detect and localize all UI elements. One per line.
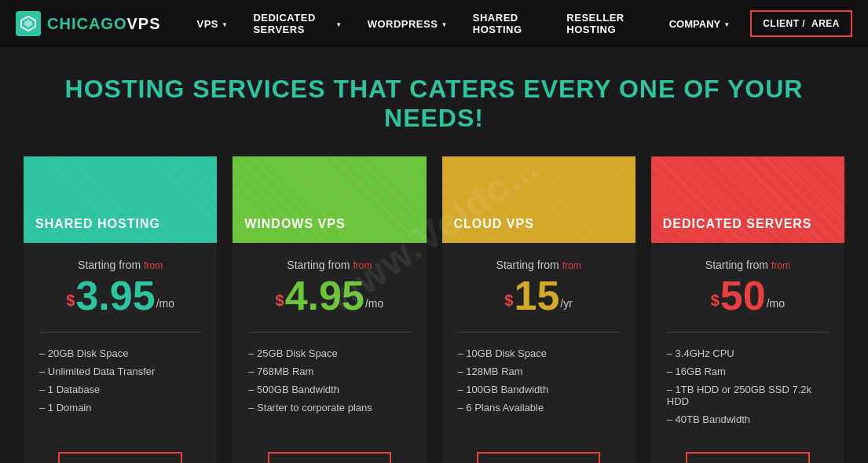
dedicated-feature-2: 16GB Ram: [667, 362, 829, 380]
dedicated-servers-header: DEDICATED SERVERS: [651, 156, 844, 243]
shared-feature-4: 1 Domain: [39, 399, 201, 417]
windows-price: 4.95: [285, 275, 364, 316]
cloud-vps-header: CLOUD VPS: [442, 156, 635, 243]
dedicated-feature-3: 1TB HDD or 250GB SSD 7.2k HDD: [667, 380, 829, 410]
shared-divider: [39, 332, 201, 333]
windows-learn-more-button[interactable]: LEARN MORE: [268, 452, 391, 463]
nav-item-wordpress[interactable]: WORDPRESS ▼: [355, 0, 460, 47]
shared-feature-1: 20GB Disk Space: [39, 344, 201, 362]
shared-price: 3.95: [75, 275, 155, 316]
dedicated-dollar: $: [711, 292, 720, 310]
dedicated-servers-card: DEDICATED SERVERS Starting from from $ 5…: [651, 156, 844, 463]
dedicated-features: 3.4GHz CPU 16GB Ram 1TB HDD or 250GB SSD…: [667, 344, 829, 428]
company-dropdown-arrow: ▼: [723, 21, 730, 28]
cloud-feature-2: 128MB Ram: [458, 362, 620, 380]
shared-hosting-card: SHARED HOSTING Starting from from $ 3.95…: [24, 156, 217, 463]
windows-footer: LEARN MORE: [233, 440, 426, 463]
windows-feature-1: 25GB Disk Space: [248, 344, 410, 362]
dedicated-divider: [667, 332, 829, 333]
windows-feature-2: 768MB Ram: [248, 362, 410, 380]
shared-period: /mo: [156, 297, 174, 310]
pricing-cards: SHARED HOSTING Starting from from $ 3.95…: [0, 141, 868, 463]
shared-dollar: $: [66, 292, 75, 310]
cloud-vps-body: Starting from from $ 15 /yr 10GB Disk Sp…: [442, 243, 635, 440]
shared-footer: LEARN MORE: [24, 440, 217, 463]
dedicated-footer: LEARN MORE: [651, 440, 844, 463]
hero-title: Hosting Services That Caters Every One o…: [16, 63, 852, 141]
cloud-feature-4: 6 Plans Available: [458, 399, 620, 417]
dedicated-learn-more-button[interactable]: LEARN MORE: [686, 452, 809, 463]
navbar: CHICAGOVPS VPS ▼ DEDICATED SERVERS ▼ WOR…: [0, 0, 868, 47]
wordpress-dropdown-arrow: ▼: [441, 21, 447, 28]
windows-vps-title: WINDOWS VPS: [244, 217, 345, 231]
dedicated-dropdown-arrow: ▼: [335, 21, 342, 28]
dedicated-period: /mo: [767, 297, 785, 310]
nav-item-vps[interactable]: VPS ▼: [184, 0, 240, 47]
cloud-price-row: $ 15 /yr: [458, 275, 620, 316]
cloud-divider: [458, 332, 620, 333]
windows-vps-body: Starting from from $ 4.95 /mo 25GB Disk …: [233, 243, 426, 440]
dedicated-price-row: $ 50 /mo: [667, 275, 829, 316]
logo-icon: [16, 11, 41, 36]
cloud-footer: LEARN MORE: [442, 440, 635, 463]
windows-vps-header: WINDOWS VPS: [233, 156, 426, 243]
hero-section: Hosting Services That Caters Every One o…: [0, 47, 868, 141]
nav-items: VPS ▼ DEDICATED SERVERS ▼ WORDPRESS ▼ SH…: [184, 0, 656, 47]
shared-starting-from: Starting from from: [39, 259, 201, 271]
vps-dropdown-arrow: ▼: [222, 21, 228, 28]
nav-item-reseller[interactable]: RESELLER HOSTING: [554, 0, 656, 47]
windows-feature-3: 500GB Bandwidth: [248, 380, 410, 399]
cloud-feature-3: 100GB Bandwidth: [458, 380, 620, 399]
dedicated-starting-from: Starting from from: [667, 259, 829, 271]
shared-hosting-body: Starting from from $ 3.95 /mo 20GB Disk …: [24, 243, 217, 440]
windows-starting-from: Starting from from: [248, 259, 410, 271]
shared-features: 20GB Disk Space Unlimited Data Transfer …: [39, 344, 201, 428]
shared-hosting-title: SHARED HOSTING: [35, 217, 160, 231]
cloud-dollar: $: [504, 292, 513, 310]
shared-feature-2: Unlimited Data Transfer: [39, 362, 201, 380]
nav-right: COMPANY ▼ CLIENT / AREA: [657, 0, 852, 47]
cloud-learn-more-button[interactable]: LEARN MORE: [477, 452, 600, 463]
windows-dollar: $: [276, 292, 284, 310]
dedicated-servers-body: Starting from from $ 50 /mo 3.4GHz CPU 1…: [651, 243, 844, 440]
windows-features: 25GB Disk Space 768MB Ram 500GB Bandwidt…: [248, 344, 410, 428]
shared-hosting-header: SHARED HOSTING: [24, 156, 217, 243]
shared-feature-3: 1 Database: [39, 380, 201, 399]
dedicated-feature-4: 40TB Bandwidth: [667, 410, 829, 428]
dedicated-servers-title: DEDICATED SERVERS: [663, 217, 812, 231]
cloud-vps-card: CLOUD VPS Starting from from $ 15 /yr 10…: [442, 156, 635, 463]
svg-marker-1: [24, 20, 32, 28]
shared-learn-more-button[interactable]: LEARN MORE: [58, 452, 181, 463]
logo[interactable]: CHICAGOVPS: [16, 11, 160, 36]
cloud-price: 15: [514, 275, 559, 316]
windows-feature-4: Starter to corporate plans: [248, 399, 410, 417]
nav-item-shared[interactable]: SHARED HOSTING: [460, 0, 555, 47]
client-area-button[interactable]: CLIENT / AREA: [750, 10, 852, 37]
windows-divider: [248, 332, 410, 333]
logo-text: CHICAGOVPS: [47, 15, 160, 33]
windows-price-row: $ 4.95 /mo: [248, 275, 410, 316]
cloud-starting-from: Starting from from: [458, 259, 620, 271]
shared-price-row: $ 3.95 /mo: [39, 275, 201, 316]
cloud-period: /yr: [560, 297, 573, 310]
dedicated-price: 50: [720, 275, 766, 316]
windows-period: /mo: [365, 297, 383, 310]
cloud-vps-title: CLOUD VPS: [454, 217, 534, 231]
dedicated-feature-1: 3.4GHz CPU: [667, 344, 829, 362]
cloud-features: 10GB Disk Space 128MB Ram 100GB Bandwidt…: [458, 344, 620, 428]
nav-item-dedicated[interactable]: DEDICATED SERVERS ▼: [240, 0, 354, 47]
windows-vps-card: WINDOWS VPS Starting from from $ 4.95 /m…: [233, 156, 426, 463]
company-menu[interactable]: COMPANY ▼: [657, 0, 742, 47]
cloud-feature-1: 10GB Disk Space: [458, 344, 620, 362]
